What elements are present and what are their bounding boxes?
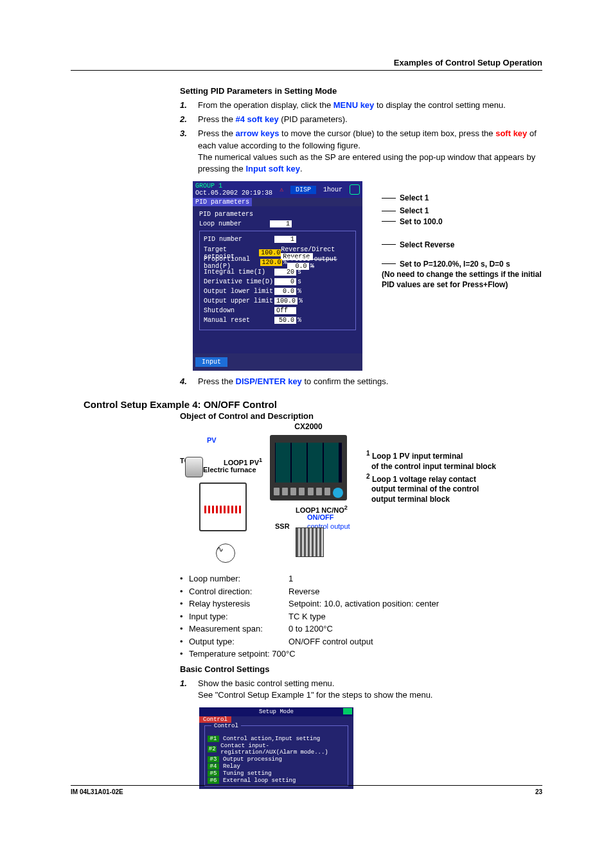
dt-label: Derivative time(D) bbox=[204, 278, 274, 285]
setup-mode-screenshot: Setup Mode Control Control #1Control act… bbox=[199, 707, 353, 789]
mr-label: Manual reset bbox=[204, 317, 274, 324]
callout-5a: Set to P=120.0%, I=20 s, D=0 s bbox=[400, 259, 510, 269]
basic-heading: Basic Control Settings bbox=[180, 664, 542, 674]
timestamp: Oct.05.2002 20:19:38 bbox=[195, 190, 272, 197]
section-pid-params: Setting PID Parameters in Setting Mode 1… bbox=[180, 86, 542, 175]
loop1ncno-label: LOOP1 NC/NO2 bbox=[296, 504, 348, 514]
pid-params-label: PID parameters bbox=[199, 211, 270, 218]
dt-input[interactable]: 0 bbox=[274, 278, 296, 285]
pid-steps: 1. From the operation display, click the… bbox=[180, 100, 542, 175]
footer-page-number: 23 bbox=[535, 788, 542, 795]
tsp-input[interactable]: 100.0 bbox=[259, 249, 281, 256]
pid-step-2: 2. Press the #4 soft key (PID parameters… bbox=[180, 114, 542, 125]
pid-screenshot: GROUP 1 Oct.05.2002 20:19:38 ⚠ DISP 1hou… bbox=[193, 181, 542, 371]
menu-row-5[interactable]: #5Tuning setting bbox=[208, 770, 345, 777]
softkey-4: #4 soft key bbox=[236, 114, 279, 124]
menu-key: MENU key bbox=[333, 100, 375, 110]
basic-control-section: Basic Control Settings 1. Show the basic… bbox=[180, 664, 542, 701]
diagram-legend: 1 Loop 1 PV input terminal of the contro… bbox=[366, 431, 496, 566]
callout-1: Select 1 bbox=[400, 193, 429, 203]
legend-2a: Loop 1 voltage relay contact bbox=[372, 475, 476, 484]
it-input[interactable]: 20 bbox=[274, 269, 296, 276]
oll-input[interactable]: 0.0 bbox=[274, 288, 296, 295]
example4-heading: Control Setup Example 4: ON/OFF Control bbox=[84, 399, 542, 410]
spec-6: Output type:ON/OFF control output bbox=[180, 635, 542, 648]
revdir-label: Reverse/Direct bbox=[281, 246, 335, 253]
loop1pv-label: LOOP1 PV1 bbox=[224, 457, 262, 466]
sd-input[interactable]: Off bbox=[274, 307, 296, 314]
menu-row-1[interactable]: #1Control action,Input setting bbox=[208, 736, 345, 742]
callout-2: Select 1 bbox=[400, 206, 429, 216]
spec-1: Loop number:1 bbox=[180, 572, 542, 585]
mr-input[interactable]: 50.0 bbox=[274, 317, 296, 324]
pid-titlebar: GROUP 1 Oct.05.2002 20:19:38 ⚠ DISP 1hou… bbox=[193, 181, 362, 198]
spec-5: Measurement span:0 to 1200°C bbox=[180, 623, 542, 635]
page-header: Examples of Control Setup Operation bbox=[71, 58, 542, 71]
pv-label: PV bbox=[207, 436, 217, 444]
tc-icon bbox=[185, 457, 203, 477]
basic-steps: 1. Show the basic control setting menu. … bbox=[180, 678, 542, 701]
furnace-label: Electric furnace bbox=[203, 466, 256, 474]
example4-sub: Object of Control and Description bbox=[180, 411, 542, 421]
menu-row-2[interactable]: #2Contact input-registration/AUX(Alarm m… bbox=[208, 743, 345, 756]
disp-enter-key: DISP/ENTER key bbox=[236, 376, 302, 386]
flag-icon bbox=[343, 708, 352, 714]
diagram-graphic: PV TC LOOP1 PV1 Electric furnace LOOP1 N… bbox=[180, 431, 360, 566]
group-label: GROUP 1 bbox=[195, 182, 222, 190]
sd-label: Shutdown bbox=[204, 307, 274, 314]
callout-5b: (No need to change the settings if the i… bbox=[382, 270, 542, 289]
ssr-label: SSR bbox=[275, 522, 290, 530]
control-frame: Control #1Control action,Input setting #… bbox=[204, 725, 348, 786]
oul-label: Output upper limit bbox=[204, 297, 274, 305]
preset-label: Preset output bbox=[287, 256, 337, 263]
alarm-icon: ⚠ bbox=[280, 186, 283, 193]
pid-screen: GROUP 1 Oct.05.2002 20:19:38 ⚠ DISP 1hou… bbox=[193, 181, 362, 371]
basic-step-1: 1. Show the basic control setting menu. … bbox=[180, 678, 542, 701]
clock-icon bbox=[350, 184, 360, 195]
spec-4: Input type:TC K type bbox=[180, 610, 542, 623]
menu-row-4[interactable]: #4Relay bbox=[208, 763, 345, 770]
loop-number-input[interactable]: 1 bbox=[270, 220, 292, 227]
pid-heading: Setting PID Parameters in Setting Mode bbox=[180, 86, 542, 96]
footer-doc-id: IM 04L31A01-02E bbox=[71, 788, 123, 795]
spec-2: Control direction:Reverse bbox=[180, 585, 542, 598]
pid-step-3: 3. Press the arrow keys to move the curs… bbox=[180, 128, 542, 175]
control-diagram: CX2000 PV TC LOOP1 PV1 Electric furnace … bbox=[180, 422, 542, 566]
oul-input[interactable]: 100.0 bbox=[274, 297, 298, 305]
page: Examples of Control Setup Operation Sett… bbox=[0, 0, 613, 815]
pid-callouts: Select 1 Select 1 Set to 100.0 Select Re… bbox=[382, 181, 542, 371]
soft-key: soft key bbox=[495, 128, 527, 138]
legend-1b: of the control input terminal block bbox=[371, 462, 496, 472]
control-tab[interactable]: Control bbox=[199, 716, 231, 723]
it-label: Integral time(I) bbox=[204, 269, 274, 276]
disp-button[interactable]: DISP bbox=[290, 186, 316, 194]
input-button[interactable]: Input bbox=[195, 357, 227, 367]
cx2000-label: CX2000 bbox=[270, 422, 347, 431]
menu-row-3[interactable]: #3Output processing bbox=[208, 756, 345, 763]
pb-input[interactable]: 120.0 bbox=[260, 259, 282, 266]
legend-2b: output terminal of the control bbox=[371, 484, 496, 495]
menu-row-6[interactable]: #6External loop setting bbox=[208, 777, 345, 784]
arrow-keys: arrow keys bbox=[236, 128, 280, 138]
furnace-icon bbox=[199, 483, 247, 531]
pid-step-4-list: 4. Press the DISP/ENTER key to confirm t… bbox=[180, 376, 542, 387]
legend-1a: Loop 1 PV input terminal bbox=[372, 452, 463, 461]
setup-mode-titlebar: Setup Mode bbox=[199, 707, 353, 716]
spec-7: Temperature setpoint: 700°C bbox=[180, 648, 542, 660]
legend-2c: output terminal block bbox=[371, 495, 496, 505]
pb-label: Proportional band(P) bbox=[204, 256, 260, 270]
pid-step-4: 4. Press the DISP/ENTER key to confirm t… bbox=[180, 376, 542, 387]
spec-3: Relay hysteresisSetpoint: 10.0, activati… bbox=[180, 598, 542, 610]
oll-label: Output lower limit bbox=[204, 288, 274, 295]
pid-body: PID parameters Loop number 1 PID number … bbox=[193, 206, 362, 353]
pid-number-input[interactable]: 1 bbox=[274, 236, 296, 243]
page-footer: IM 04L31A01-02E 23 bbox=[71, 785, 542, 795]
control-frame-label: Control bbox=[211, 723, 241, 729]
header-title: Examples of Control Setup Operation bbox=[394, 58, 542, 67]
ssr-icon bbox=[296, 527, 324, 557]
pid-frame: PID number 1 Target setpoint 100.0 Rever… bbox=[199, 231, 356, 330]
pid-tab[interactable]: PID parameters bbox=[193, 198, 252, 206]
sine-icon: ∿ bbox=[216, 544, 235, 563]
setup-mode-title: Setup Mode bbox=[259, 709, 294, 715]
input-soft-key: Input soft key bbox=[245, 164, 300, 173]
